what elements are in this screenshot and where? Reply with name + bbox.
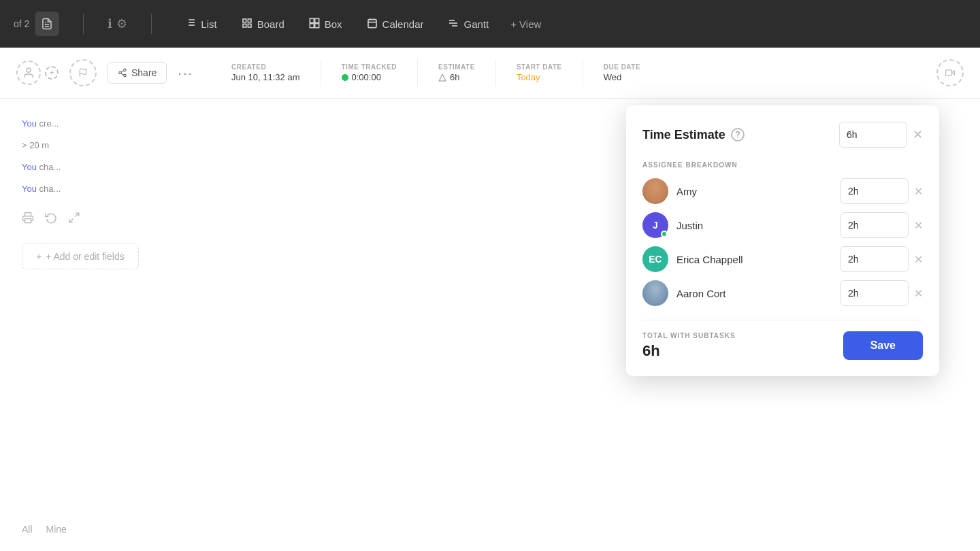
- info-icon[interactable]: ℹ: [108, 16, 112, 31]
- page-count: of 2: [14, 18, 29, 29]
- amy-face: [642, 178, 668, 204]
- box-label: Box: [325, 18, 342, 30]
- activity-you-1: You: [22, 118, 37, 129]
- aaron-remove-button[interactable]: ✕: [914, 287, 923, 300]
- svg-marker-31: [951, 71, 954, 75]
- popup-close-button[interactable]: ✕: [913, 127, 923, 142]
- svg-rect-33: [25, 219, 31, 223]
- svg-line-34: [76, 213, 79, 216]
- justin-avatar-wrap: J: [642, 212, 668, 238]
- svg-point-25: [124, 69, 127, 71]
- top-nav: of 2 ℹ ⚙ List: [0, 0, 980, 48]
- save-button[interactable]: Save: [843, 331, 923, 360]
- meta-created: CREATED Jun 10, 11:32 am: [231, 63, 299, 82]
- svg-rect-8: [243, 19, 246, 22]
- share-button[interactable]: Share: [108, 62, 167, 84]
- gantt-icon: [448, 18, 459, 31]
- justin-estimate-input[interactable]: [840, 212, 909, 238]
- meta-start-date[interactable]: START DATE Today: [517, 63, 562, 82]
- svg-rect-10: [248, 24, 251, 27]
- page-indicator: of 2: [14, 12, 59, 36]
- svg-rect-12: [310, 18, 314, 22]
- board-label: Board: [257, 18, 284, 30]
- user-avatar-placeholder: [16, 61, 41, 85]
- time-tracked-label: TIME TRACKED: [342, 63, 397, 71]
- total-input-wrap: ✕: [839, 122, 923, 148]
- erica-name: Erica Chappell: [676, 254, 832, 265]
- more-options-button[interactable]: ···: [178, 65, 193, 81]
- nav-gantt[interactable]: Gantt: [438, 14, 498, 35]
- flag-button[interactable]: [69, 59, 97, 86]
- erica-remove-button[interactable]: ✕: [914, 253, 923, 266]
- aaron-name: Aaron Cort: [676, 288, 832, 299]
- help-icon[interactable]: ?: [731, 128, 745, 141]
- nav-box[interactable]: Box: [299, 14, 352, 35]
- video-button[interactable]: [936, 59, 964, 86]
- meta-due-date[interactable]: DUE DATE Wed: [604, 63, 640, 82]
- assignee-row-aaron: Aaron Cort ✕: [642, 280, 923, 306]
- svg-rect-9: [248, 19, 251, 22]
- nav-add-view[interactable]: + View: [504, 14, 548, 34]
- justin-remove-button[interactable]: ✕: [914, 219, 923, 232]
- assignee-row-erica: EC Erica Chappell ✕: [642, 246, 923, 272]
- history-icon[interactable]: [45, 212, 57, 227]
- sub-toolbar: + Share ··· CREATED Jun 10, 11:32 am TIM…: [0, 48, 980, 99]
- activity-text-3: cha...: [39, 162, 61, 172]
- bottom-tabs: All Mine: [22, 521, 67, 537]
- time-estimate-popup: Time Estimate ? ✕ ASSIGNEE BREAKDOWN Amy…: [626, 105, 939, 376]
- nav-items: List Board Box: [176, 13, 966, 35]
- erica-avatar: EC: [642, 246, 668, 272]
- print-icon[interactable]: [22, 212, 34, 227]
- svg-point-23: [27, 68, 31, 72]
- activity-text-4: cha...: [39, 184, 61, 194]
- settings-icon[interactable]: ⚙: [116, 16, 127, 31]
- svg-line-28: [121, 73, 124, 75]
- popup-footer: TOTAL WITH SUBTASKS 6h Save: [642, 320, 923, 360]
- justin-input-wrap: ✕: [840, 212, 923, 238]
- time-tracked-value: 0:00:00: [342, 72, 397, 82]
- due-date-label: DUE DATE: [604, 63, 640, 71]
- total-with-subtasks-value: 6h: [642, 342, 736, 360]
- activity-you-4: You: [22, 184, 37, 194]
- nav-calendar[interactable]: Calendar: [357, 14, 434, 35]
- svg-point-27: [124, 74, 127, 77]
- aaron-estimate-input[interactable]: [840, 280, 909, 306]
- amy-estimate-input[interactable]: [840, 178, 909, 204]
- assignee-row-justin: J Justin ✕: [642, 212, 923, 238]
- activity-time: > 20 m: [22, 140, 49, 150]
- expand-icon[interactable]: [68, 212, 80, 227]
- svg-rect-14: [310, 23, 314, 27]
- start-date-label: START DATE: [517, 63, 562, 71]
- svg-rect-11: [243, 24, 246, 27]
- meta-estimate[interactable]: ESTIMATE 6h: [438, 63, 475, 82]
- meta-sep-1: [321, 59, 321, 86]
- start-date-value: Today: [517, 72, 562, 82]
- nav-board[interactable]: Board: [232, 14, 294, 35]
- meta-time-tracked: TIME TRACKED 0:00:00: [342, 63, 397, 82]
- assignee-area: +: [16, 61, 59, 85]
- meta-sep-2: [417, 59, 418, 86]
- timer-dot: [342, 74, 348, 81]
- aaron-input-wrap: ✕: [840, 280, 923, 306]
- list-icon: [185, 17, 196, 31]
- box-icon: [309, 18, 320, 31]
- add-edit-fields-button[interactable]: + + Add or edit fields: [22, 244, 139, 269]
- nav-list[interactable]: List: [176, 13, 226, 35]
- justin-name: Justin: [676, 220, 832, 231]
- erica-estimate-input[interactable]: [840, 246, 909, 272]
- add-assignee-button[interactable]: +: [45, 66, 59, 80]
- popup-header: Time Estimate ? ✕: [642, 122, 923, 148]
- tab-all[interactable]: All: [22, 521, 33, 537]
- add-fields-label: + Add or edit fields: [46, 251, 125, 262]
- activity-you-3: You: [22, 162, 37, 172]
- total-estimate-input[interactable]: [839, 122, 907, 148]
- created-value: Jun 10, 11:32 am: [231, 72, 299, 82]
- nav-divider: [83, 14, 84, 34]
- page-icon[interactable]: [35, 12, 59, 36]
- tab-mine[interactable]: Mine: [46, 521, 67, 537]
- svg-line-29: [121, 71, 124, 72]
- nav-divider-2: [151, 14, 152, 34]
- created-label: CREATED: [231, 63, 299, 71]
- amy-name: Amy: [676, 186, 832, 197]
- amy-remove-button[interactable]: ✕: [914, 185, 923, 198]
